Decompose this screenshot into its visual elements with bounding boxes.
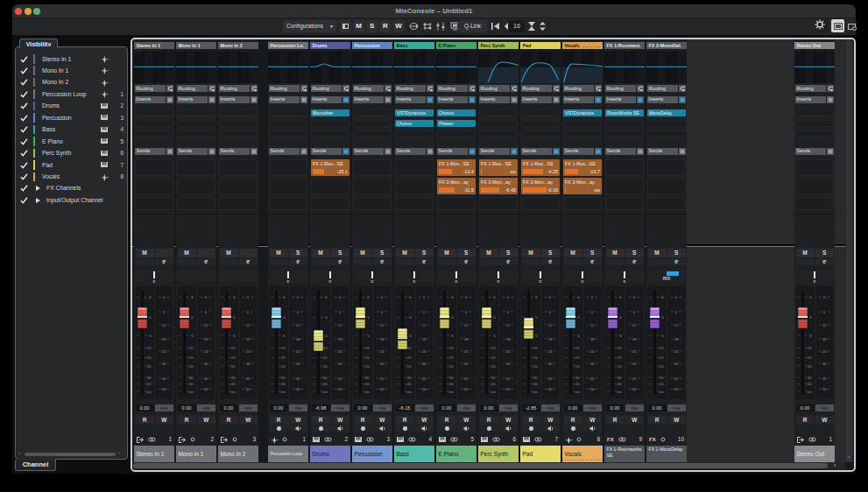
svg-text:oo: oo [808,390,812,394]
svg-text:12: 12 [822,323,827,327]
svg-text:24: 24 [590,349,595,354]
svg-text:24: 24 [632,349,637,354]
svg-text:50: 50 [204,387,208,391]
svg-text:oo: oo [365,390,370,394]
svg-text:10: 10 [617,346,622,350]
svg-text:15: 15 [323,355,328,360]
svg-text:15: 15 [575,355,580,360]
svg-text:oo: oo [449,390,454,394]
svg-text:30: 30 [147,376,152,380]
svg-text:40: 40 [407,382,412,386]
svg-text:30: 30 [674,362,679,366]
svg-text:30: 30 [162,362,166,366]
svg-text:40: 40 [296,376,300,381]
svg-text:10: 10 [231,346,236,350]
svg-text:40: 40 [189,382,194,386]
svg-text:18: 18 [338,337,342,341]
svg-text:24: 24 [464,349,469,354]
svg-text:12: 12 [338,323,342,327]
svg-text:30: 30 [533,376,538,380]
svg-text:24: 24 [162,349,166,354]
svg-text:30: 30 [422,362,427,366]
svg-text:20: 20 [533,364,538,369]
svg-text:24: 24 [380,349,385,354]
svg-text:30: 30 [338,362,342,366]
svg-text:24: 24 [822,349,827,354]
svg-text:12: 12 [204,323,208,327]
svg-text:30: 30 [449,376,454,380]
svg-text:50: 50 [464,387,469,391]
svg-text:30: 30 [204,362,208,366]
svg-text:24: 24 [338,349,342,354]
svg-text:18: 18 [548,337,553,341]
svg-text:20: 20 [491,364,496,369]
svg-text:18: 18 [246,337,251,341]
svg-text:50: 50 [506,387,511,391]
svg-text:24: 24 [506,349,511,354]
svg-text:30: 30 [281,376,286,380]
svg-text:30: 30 [296,362,300,366]
svg-text:20: 20 [617,364,622,369]
svg-text:18: 18 [506,337,511,341]
svg-text:oo: oo [231,390,236,394]
svg-text:oo: oo [147,390,152,394]
svg-text:20: 20 [575,364,580,369]
svg-text:24: 24 [422,349,427,354]
svg-text:10: 10 [575,346,580,350]
svg-text:24: 24 [204,349,208,354]
svg-text:15: 15 [808,355,812,360]
svg-text:50: 50 [822,387,827,391]
svg-text:30: 30 [632,362,637,366]
svg-text:10: 10 [533,346,538,350]
svg-text:50: 50 [632,387,637,391]
svg-text:18: 18 [380,337,385,341]
svg-text:40: 40 [147,382,152,386]
svg-text:24: 24 [246,349,251,354]
svg-text:30: 30 [660,376,664,380]
svg-text:30: 30 [323,376,328,380]
svg-text:40: 40 [162,376,166,381]
svg-text:50: 50 [338,387,342,391]
svg-text:15: 15 [491,355,496,360]
svg-text:oo: oo [323,390,328,394]
svg-text:40: 40 [617,382,622,386]
svg-text:15: 15 [407,355,412,360]
svg-text:10: 10 [491,346,496,350]
svg-text:10: 10 [365,346,370,350]
svg-text:30: 30 [808,376,812,380]
svg-text:40: 40 [449,382,454,386]
svg-text:40: 40 [674,376,679,381]
svg-text:40: 40 [323,382,328,386]
svg-text:12: 12 [548,323,553,327]
svg-text:30: 30 [189,376,194,380]
svg-text:40: 40 [632,376,637,381]
svg-text:30: 30 [380,362,385,366]
svg-text:50: 50 [422,387,427,391]
svg-text:10: 10 [407,346,412,350]
svg-text:50: 50 [246,387,251,391]
svg-text:40: 40 [281,382,286,386]
svg-text:24: 24 [674,349,679,354]
svg-text:10: 10 [189,346,194,350]
svg-text:12: 12 [590,323,595,327]
svg-text:50: 50 [674,387,679,391]
svg-text:30: 30 [548,362,553,366]
svg-text:30: 30 [231,376,236,380]
svg-text:40: 40 [660,382,664,386]
svg-text:12: 12 [632,323,637,327]
svg-text:15: 15 [449,355,454,360]
svg-text:30: 30 [590,362,595,366]
svg-text:15: 15 [147,355,152,360]
svg-text:18: 18 [204,337,208,341]
svg-text:12: 12 [162,323,166,327]
svg-text:18: 18 [674,337,679,341]
svg-text:12: 12 [674,323,679,327]
svg-text:20: 20 [365,364,370,369]
svg-text:40: 40 [533,382,538,386]
svg-text:12: 12 [422,323,427,327]
svg-text:oo: oo [189,390,194,394]
svg-text:40: 40 [246,376,251,381]
svg-text:oo: oo [407,390,412,394]
svg-text:10: 10 [281,346,286,350]
svg-text:oo: oo [491,390,496,394]
